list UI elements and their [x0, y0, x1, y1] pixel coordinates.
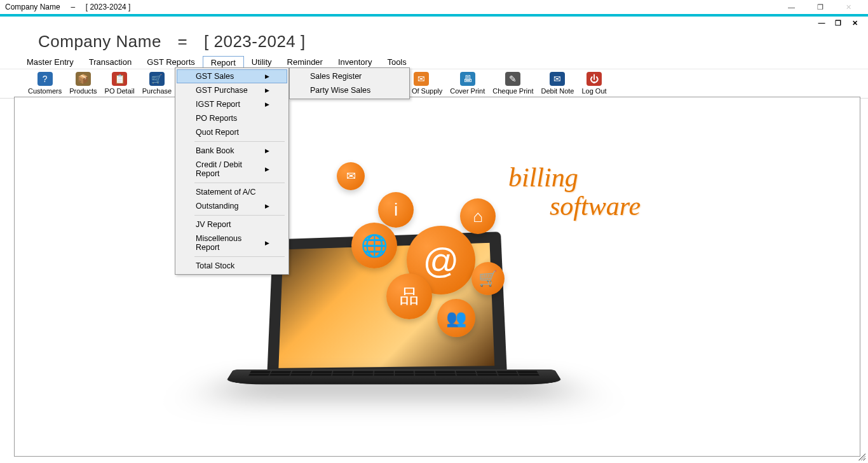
cart-bubble-icon: 🛒 [471, 262, 505, 295]
page-header: Company Name = [ 2023-2024 ] [0, 29, 868, 55]
toolbar-products[interactable]: 📦Products [65, 72, 100, 95]
window-titlebar: Company Name – [ 2023-2024 ] — ❐ ✕ [0, 0, 868, 14]
minimize-button[interactable]: — [777, 1, 806, 13]
dropdown-label: GST Purchase [196, 86, 248, 95]
titlebar-sep: – [71, 3, 75, 11]
titlebar-company: Company Name [5, 3, 60, 11]
dropdown-jv-report[interactable]: JV Report [177, 218, 287, 232]
toolbar-label: Purchase [142, 87, 172, 95]
mdi-controls: — ❐ ✕ [0, 17, 868, 29]
toolbar-label: Debit Note [541, 87, 574, 95]
brand-line2: software [550, 191, 641, 221]
submenu-sales-register[interactable]: Sales Register [291, 69, 408, 83]
laptop-keyboard [229, 370, 559, 377]
header-eq: = [178, 32, 188, 51]
dropdown-quot-report[interactable]: Quot Report [177, 125, 287, 139]
menu-tools[interactable]: Tools [379, 56, 414, 68]
toolbar-po-detail[interactable]: 📋PO Detail [101, 72, 139, 95]
toolbar-label: Log Out [581, 87, 606, 95]
submenu-party-wise-sales[interactable]: Party Wise Sales [291, 83, 408, 97]
toolbar-label: Cover Print [450, 87, 485, 95]
info-bubble-icon: i [378, 192, 414, 228]
toolbar-label: Customers [28, 87, 62, 95]
titlebar-period: [ 2023-2024 ] [86, 3, 131, 11]
menu-utility[interactable]: Utility [244, 56, 280, 68]
chevron-right-icon: ▶ [265, 240, 269, 246]
close-button[interactable]: ✕ [834, 1, 863, 13]
window-controls: — ❐ ✕ [777, 1, 863, 13]
dropdown-label: GST Sales [196, 72, 234, 81]
dropdown-gst-purchase[interactable]: GST Purchase▶ [177, 83, 287, 97]
cheque-print-icon: ✎ [505, 72, 520, 86]
menu-report[interactable]: Report [203, 56, 244, 69]
chevron-right-icon: ▶ [265, 73, 269, 79]
purchase-icon: 🛒 [149, 72, 165, 86]
debit-note-icon: ✉ [550, 72, 565, 86]
dropdown-label: IGST Report [196, 100, 240, 109]
menu-transaction[interactable]: Transaction [81, 56, 139, 68]
toolbar-debit-note[interactable]: ✉Debit Note [537, 72, 578, 95]
report-dropdown[interactable]: GST Sales▶GST Purchase▶IGST Report▶PO Re… [175, 67, 289, 275]
dropdown-separator [194, 183, 285, 183]
dropdown-separator [194, 215, 285, 216]
network-bubble-icon: 品 [386, 273, 432, 319]
menu-reminder[interactable]: Reminder [280, 56, 330, 68]
po-detail-icon: 📋 [112, 72, 127, 86]
dropdown-outstanding[interactable]: Outstanding▶ [177, 199, 287, 213]
dropdown-label: Credit / Debit Report [196, 160, 265, 178]
toolbar-cheque-print[interactable]: ✎Cheque Print [489, 72, 537, 95]
header-company: Company Name [38, 32, 161, 51]
globe-bubble-icon: 🌐 [351, 223, 397, 268]
mdi-restore-button[interactable]: ❐ [831, 18, 845, 28]
toolbar-cover-print[interactable]: 🖶Cover Print [446, 72, 489, 95]
toolbar-label: Products [69, 87, 97, 95]
logout-icon: ⏻ [587, 72, 602, 86]
dropdown-statement-of-a-c[interactable]: Statement of A/C [177, 185, 287, 199]
chevron-right-icon: ▶ [265, 87, 269, 93]
titlebar-text: Company Name – [ 2023-2024 ] [5, 3, 777, 11]
bill-icon: ✉ [414, 72, 429, 86]
dropdown-label: JV Report [196, 220, 231, 229]
dropdown-igst-report[interactable]: IGST Report▶ [177, 97, 287, 111]
dropdown-po-reports[interactable]: PO Reports [177, 111, 287, 125]
toolbar-log-out[interactable]: ⏻Log Out [578, 72, 610, 95]
products-icon: 📦 [76, 72, 91, 86]
dropdown-miscellenous-report[interactable]: Miscellenous Report▶ [177, 232, 287, 254]
menu-inventory[interactable]: Inventory [330, 56, 379, 68]
dropdown-label: Total Stock [196, 261, 234, 270]
gst-sales-submenu[interactable]: Sales RegisterParty Wise Sales [289, 67, 410, 99]
toolbar-label: Cheque Print [492, 87, 533, 95]
maximize-button[interactable]: ❐ [806, 1, 834, 13]
dropdown-label: Miscellenous Report [196, 234, 265, 252]
users-bubble-icon: 👥 [437, 299, 475, 337]
mdi-minimize-button[interactable]: — [815, 18, 829, 28]
home-bubble-icon: ⌂ [460, 198, 496, 234]
dropdown-bank-book[interactable]: Bank Book▶ [177, 144, 287, 158]
menu-gst-reports[interactable]: GST Reports [139, 56, 203, 68]
laptop-base [224, 370, 564, 384]
toolbar-purchase[interactable]: 🛒Purchase [139, 72, 175, 95]
dropdown-label: PO Reports [196, 114, 237, 123]
dropdown-separator [194, 256, 285, 257]
chevron-right-icon: ▶ [265, 166, 269, 172]
dropdown-total-stock[interactable]: Total Stock [177, 259, 287, 273]
resize-grip-icon[interactable] [857, 452, 865, 460]
toolbar-label: PO Detail [105, 87, 135, 95]
dropdown-gst-sales[interactable]: GST Sales▶ [177, 69, 287, 83]
dropdown-credit-debit-report[interactable]: Credit / Debit Report▶ [177, 158, 287, 181]
toolbar: ?Customers📦Products📋PO Detail🛒Purchase✉B… [0, 69, 868, 99]
menu-master-entry[interactable]: Master Entry [19, 56, 81, 68]
header-period: [ 2023-2024 ] [204, 32, 306, 51]
dropdown-label: Bank Book [196, 146, 234, 155]
menubar: Master EntryTransactionGST ReportsReport… [0, 55, 868, 69]
chevron-right-icon: ▶ [265, 101, 269, 107]
dropdown-label: Outstanding [196, 202, 238, 211]
dropdown-label: Quot Report [196, 128, 239, 137]
dropdown-label: Statement of A/C [196, 188, 256, 197]
toolbar-customers[interactable]: ?Customers [24, 72, 65, 95]
dropdown-separator [194, 141, 285, 142]
chevron-right-icon: ▶ [265, 203, 269, 209]
chevron-right-icon: ▶ [265, 148, 269, 154]
mdi-close-button[interactable]: ✕ [848, 18, 862, 28]
sms-bubble-icon: ✉ [337, 162, 365, 190]
